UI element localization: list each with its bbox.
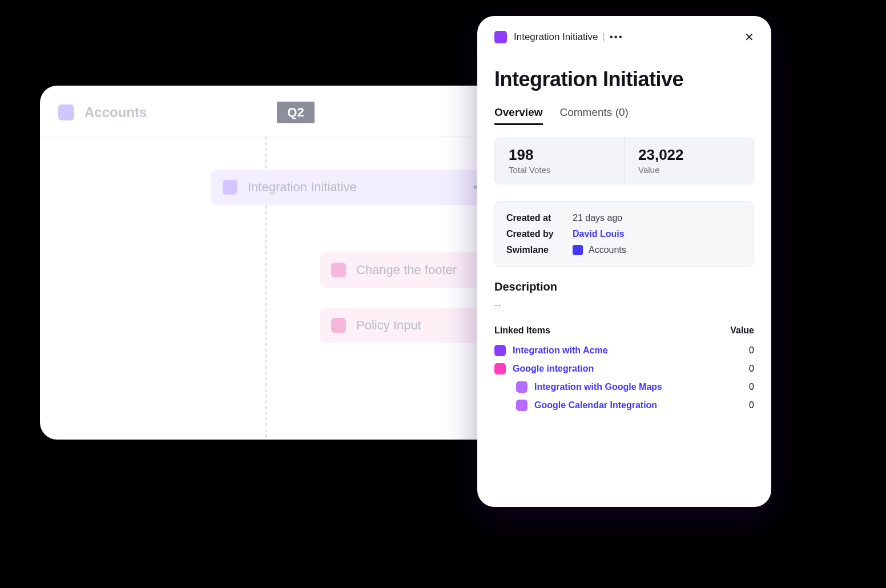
tab-overview[interactable]: Overview <box>494 106 543 125</box>
panel-title: Integration Initiative <box>494 67 754 91</box>
bar-color-chip <box>331 263 346 277</box>
linked-item-value: 0 <box>749 345 754 356</box>
linked-item-color-chip <box>516 400 527 411</box>
linked-item-color-chip <box>494 345 506 356</box>
linked-item-name[interactable]: Integration with Google Maps <box>534 382 662 392</box>
description-heading: Description <box>494 280 754 293</box>
linked-item-name[interactable]: Google Calendar Integration <box>534 400 657 410</box>
meta-value: Accounts <box>573 245 626 255</box>
linked-value-label: Value <box>730 325 754 336</box>
linked-items-label: Linked Items <box>494 325 550 336</box>
bar-label: Integration Initiative <box>248 180 357 195</box>
stat-label: Total Votes <box>509 165 610 175</box>
breadcrumb[interactable]: Integration Initiative | ••• <box>514 31 623 43</box>
panel-color-chip <box>494 31 507 43</box>
bar-color-chip <box>223 180 237 195</box>
linked-item-name[interactable]: Google integration <box>513 364 594 374</box>
breadcrumb-separator: | <box>602 31 605 43</box>
linked-item[interactable]: Integration with Google Maps0 <box>494 378 754 396</box>
meta-value: 21 days ago <box>573 213 622 223</box>
linked-item[interactable]: Google integration0 <box>494 360 754 378</box>
stat-value: 198 <box>509 146 610 164</box>
close-icon[interactable]: ✕ <box>744 31 754 43</box>
roadmap-board: Accounts Q2 Integration Initiative ••• C… <box>40 86 519 440</box>
linked-item-value: 0 <box>749 400 754 410</box>
swimlane-name: Accounts <box>589 245 626 255</box>
linked-item-color-chip <box>494 363 506 374</box>
linked-items-header: Linked Items Value <box>494 325 754 336</box>
meta-key: Created at <box>506 213 563 223</box>
stat-value: 23,022 Value <box>624 138 754 184</box>
meta-box: Created at 21 days ago Created by David … <box>494 202 754 267</box>
meta-value-link[interactable]: David Louis <box>573 229 625 239</box>
bar-label: Policy Input <box>356 318 421 333</box>
board-header: Accounts Q2 <box>40 86 519 136</box>
swimlane-color-chip <box>58 104 74 120</box>
linked-item-value: 0 <box>749 364 754 374</box>
breadcrumb-more-icon[interactable]: ••• <box>610 31 623 43</box>
linked-item[interactable]: Google Calendar Integration0 <box>494 396 754 414</box>
tab-comments[interactable]: Comments (0) <box>560 106 629 125</box>
meta-created-by: Created by David Louis <box>506 226 742 242</box>
timeline-bar-integration-initiative[interactable]: Integration Initiative ••• <box>211 170 502 205</box>
panel-header: Integration Initiative | ••• ✕ <box>494 31 754 43</box>
description-body: -- <box>494 299 754 311</box>
linked-item-color-chip <box>516 381 527 393</box>
meta-key: Swimlane <box>506 245 563 255</box>
board-body: Integration Initiative ••• Change the fo… <box>40 136 519 440</box>
breadcrumb-title: Integration Initiative <box>514 31 598 43</box>
stat-value: 23,022 <box>638 146 740 164</box>
swimlane-chip-icon <box>573 245 583 255</box>
stat-label: Value <box>638 165 740 175</box>
detail-panel: Integration Initiative | ••• ✕ Integrati… <box>477 16 771 507</box>
stat-total-votes: 198 Total Votes <box>495 138 624 184</box>
linked-item-value: 0 <box>749 382 754 392</box>
linked-item-name[interactable]: Integration with Acme <box>513 345 608 356</box>
stats-box: 198 Total Votes 23,022 Value <box>494 138 754 184</box>
meta-swimlane: Swimlane Accounts <box>506 242 742 258</box>
panel-tabs: Overview Comments (0) <box>494 106 754 125</box>
meta-key: Created by <box>506 229 563 239</box>
bar-label: Change the footer <box>356 263 457 277</box>
quarter-badge: Q2 <box>277 102 314 123</box>
linked-item[interactable]: Integration with Acme0 <box>494 341 754 360</box>
bar-color-chip <box>331 318 346 333</box>
linked-items-list: Integration with Acme0Google integration… <box>494 341 754 414</box>
meta-created-at: Created at 21 days ago <box>506 210 742 226</box>
swimlane-title: Accounts <box>84 104 147 120</box>
